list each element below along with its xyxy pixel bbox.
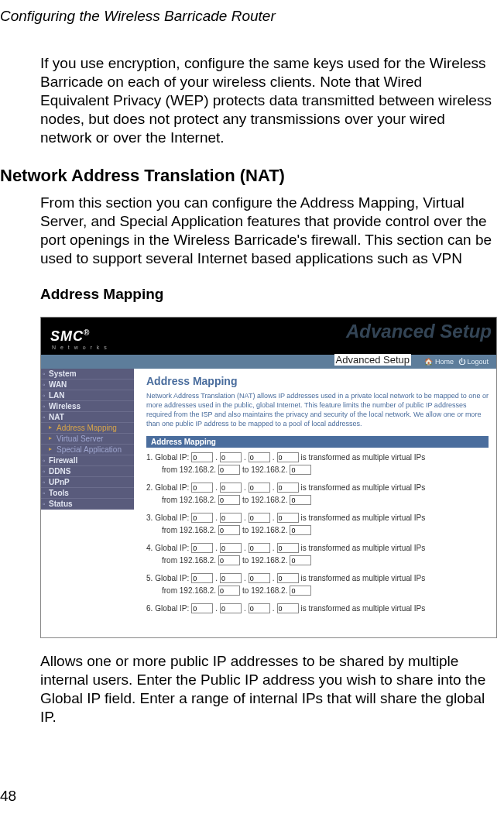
global-ip-octet-4[interactable]: [277, 513, 299, 523]
sidebar-sub-virtual-server[interactable]: Virtual Server: [41, 434, 134, 445]
to-label: to 192.168.2.: [242, 586, 287, 595]
sidebar-item-status[interactable]: Status: [41, 499, 134, 510]
from-label: from 192.168.2.: [162, 526, 216, 534]
mapping-row-global: 1. Global IP:... is transformed as multi…: [146, 452, 489, 462]
row-index: 6.: [146, 604, 153, 613]
global-ip-octet-3[interactable]: [249, 573, 270, 583]
global-ip-octet-1[interactable]: [191, 452, 213, 462]
router-body: System WAN LAN Wireless NAT Address Mapp…: [41, 369, 496, 637]
mapping-row-range: from 192.168.2. to 192.168.2.: [146, 495, 489, 505]
sidebar-item-wan[interactable]: WAN: [41, 380, 134, 390]
range-to-input[interactable]: [290, 586, 311, 596]
sidebar-item-ddns[interactable]: DDNS: [41, 466, 134, 477]
panel-title: Address Mapping: [146, 375, 489, 387]
section-bar-address-mapping: Address Mapping: [146, 436, 489, 448]
sidebar-sub-address-mapping[interactable]: Address Mapping: [41, 423, 134, 434]
sidebar-item-wireless[interactable]: Wireless: [41, 401, 134, 412]
mapping-row-global: 2. Global IP:... is transformed as multi…: [146, 483, 489, 493]
global-ip-octet-4[interactable]: [277, 573, 299, 583]
transform-label: is transformed as multiple virtual IPs: [301, 453, 426, 462]
smc-logo: SMC®: [50, 328, 90, 345]
global-ip-octet-2[interactable]: [220, 483, 242, 493]
range-to-input[interactable]: [290, 465, 311, 475]
global-ip-octet-4[interactable]: [277, 603, 299, 613]
row-index: 3.: [146, 513, 153, 522]
mapping-row-global: 6. Global IP:... is transformed as multi…: [146, 603, 489, 613]
transform-label: is transformed as multiple virtual IPs: [301, 483, 426, 492]
global-ip-octet-2[interactable]: [220, 543, 242, 553]
global-ip-octet-2[interactable]: [220, 513, 242, 523]
from-label: from 192.168.2.: [162, 496, 216, 504]
global-ip-octet-3[interactable]: [249, 543, 270, 553]
sidebar-sub-special-application[interactable]: Special Application: [41, 445, 134, 455]
global-ip-octet-4[interactable]: [277, 452, 299, 462]
global-ip-label: Global IP:: [155, 604, 189, 613]
home-link[interactable]: 🏠 Home: [424, 358, 454, 366]
to-label: to 192.168.2.: [242, 526, 287, 534]
mapping-row-global: 4. Global IP:... is transformed as multi…: [146, 543, 489, 553]
global-ip-octet-1[interactable]: [191, 603, 213, 613]
transform-label: is transformed as multiple virtual IPs: [301, 513, 426, 522]
global-ip-octet-4[interactable]: [277, 483, 299, 493]
subheading-address-mapping: Address Mapping: [40, 286, 495, 303]
global-ip-octet-4[interactable]: [277, 543, 299, 553]
sidebar-item-tools[interactable]: Tools: [41, 488, 134, 499]
sidebar-item-nat[interactable]: NAT: [41, 412, 134, 423]
range-from-input[interactable]: [218, 586, 240, 596]
global-ip-octet-3[interactable]: [249, 513, 270, 523]
home-link-label: Home: [435, 358, 454, 366]
transform-label: is transformed as multiple virtual IPs: [301, 574, 426, 582]
sidebar-item-lan[interactable]: LAN: [41, 390, 134, 401]
logout-link[interactable]: ⏻ Logout: [458, 358, 489, 366]
router-main-panel: Address Mapping Network Address Translat…: [134, 369, 496, 637]
global-ip-octet-2[interactable]: [220, 452, 242, 462]
from-label: from 192.168.2.: [162, 465, 216, 474]
global-ip-octet-1[interactable]: [191, 483, 213, 493]
mapping-row-global: 5. Global IP:... is transformed as multi…: [146, 573, 489, 583]
global-ip-octet-1[interactable]: [191, 513, 213, 523]
global-ip-label: Global IP:: [155, 574, 189, 582]
mapping-row-range: from 192.168.2. to 192.168.2.: [146, 525, 489, 535]
range-to-input[interactable]: [290, 555, 311, 565]
global-ip-octet-3[interactable]: [249, 483, 270, 493]
to-label: to 192.168.2.: [242, 556, 287, 565]
panel-description: Network Address Translation (NAT) allows…: [146, 392, 489, 428]
range-from-input[interactable]: [218, 525, 240, 535]
global-ip-octet-3[interactable]: [249, 603, 270, 613]
range-from-input[interactable]: [218, 555, 240, 565]
global-ip-octet-1[interactable]: [191, 543, 213, 553]
nat-paragraph: From this section you can configure the …: [40, 194, 495, 268]
router-sidebar: System WAN LAN Wireless NAT Address Mapp…: [41, 369, 134, 637]
transform-label: is transformed as multiple virtual IPs: [301, 604, 426, 613]
from-label: from 192.168.2.: [162, 586, 216, 595]
range-to-input[interactable]: [290, 495, 311, 505]
logo-registered: ®: [84, 328, 90, 337]
sidebar-blank-region: [41, 510, 134, 634]
global-ip-label: Global IP:: [155, 513, 189, 522]
row-index: 2.: [146, 483, 153, 492]
logout-link-label: Logout: [467, 358, 489, 366]
global-ip-octet-3[interactable]: [249, 452, 270, 462]
router-ui-screenshot: SMC® N e t w o r k s Advanced Setup Adva…: [40, 317, 497, 638]
sidebar-item-system[interactable]: System: [41, 369, 134, 380]
logo-text: SMC: [50, 328, 84, 344]
address-mapping-paragraph: Allows one or more public IP addresses t…: [40, 652, 495, 726]
sidebar-item-upnp[interactable]: UPnP: [41, 477, 134, 488]
advanced-setup-watermark: Advanced Setup: [346, 321, 492, 342]
range-from-input[interactable]: [218, 495, 240, 505]
row-index: 1.: [146, 453, 153, 462]
global-ip-octet-2[interactable]: [220, 603, 242, 613]
advanced-setup-label: Advanced Setup: [334, 354, 411, 366]
intro-paragraph: If you use encryption, configure the sam…: [40, 54, 495, 147]
transform-label: is transformed as multiple virtual IPs: [301, 544, 426, 552]
sidebar-item-firewall[interactable]: Firewall: [41, 455, 134, 466]
range-to-input[interactable]: [290, 525, 311, 535]
global-ip-label: Global IP:: [155, 453, 189, 462]
mapping-rows: 1. Global IP:... is transformed as multi…: [146, 452, 489, 613]
mapping-row-range: from 192.168.2. to 192.168.2.: [146, 555, 489, 565]
page-number: 48: [0, 788, 16, 805]
range-from-input[interactable]: [218, 465, 240, 475]
global-ip-octet-1[interactable]: [191, 573, 213, 583]
global-ip-octet-2[interactable]: [220, 573, 242, 583]
section-heading-nat: Network Address Translation (NAT): [0, 166, 495, 186]
